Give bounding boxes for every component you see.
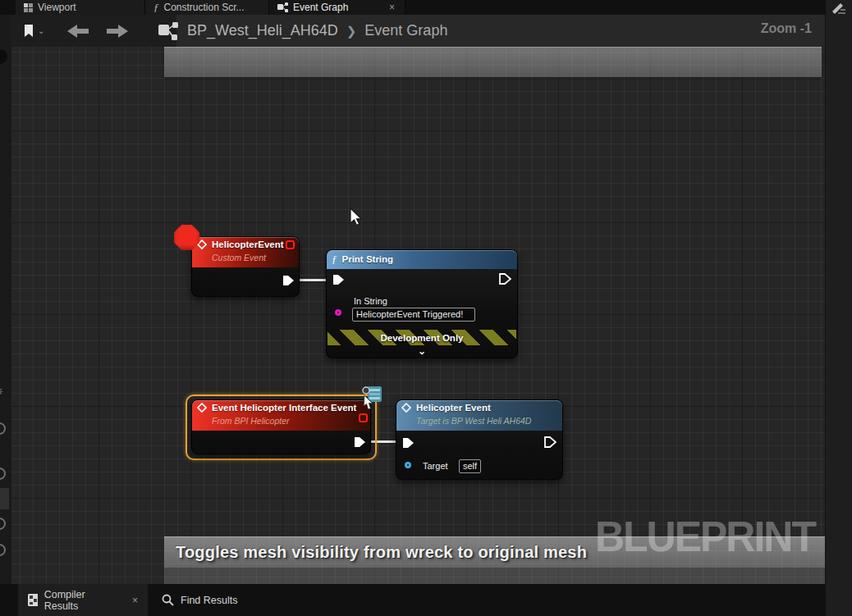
back-button[interactable] (62, 19, 95, 43)
partial-button[interactable] (0, 49, 7, 64)
comment-text: Toggles mesh visibility from wreck to or… (176, 543, 587, 562)
partial-button[interactable] (0, 488, 9, 509)
compiler-results-close-icon[interactable]: × (132, 595, 138, 606)
in-string-pin-label: In String (354, 296, 387, 306)
event-flag-icon (286, 240, 295, 249)
event-diamond-icon (197, 403, 207, 413)
breadcrumb-blueprint-name[interactable]: BP_West_Heli_AH64D (187, 22, 338, 39)
exec-out-pin[interactable] (499, 273, 511, 285)
forward-button[interactable] (100, 19, 133, 43)
bookmark-dropdown-icon[interactable]: ⌄ (38, 26, 44, 35)
breadcrumb-separator-icon: ❯ (346, 24, 357, 39)
viewport-icon (24, 3, 33, 12)
partial-circle-icon[interactable] (0, 544, 6, 556)
compiler-results-tab[interactable]: Compiler Results × (18, 584, 148, 616)
comment-node-partial[interactable] (164, 47, 822, 77)
graph-watermark: BLUEPRINT (595, 512, 815, 562)
back-arrow-icon (67, 25, 90, 38)
function-icon: ƒ (332, 253, 337, 266)
target-pin-label: Target (423, 461, 448, 471)
comment-node-body[interactable] (164, 568, 825, 584)
node-title: Helicopter Event (416, 403, 491, 413)
event-diamond-icon (401, 403, 411, 413)
find-results-tab[interactable]: Find Results (152, 584, 247, 616)
node-header[interactable]: Helicopter Event Target is BP West Heli … (396, 400, 562, 431)
partial-circle-icon[interactable] (0, 518, 6, 530)
breadcrumb: BP_West_Heli_AH64D ❯ Event Graph (158, 15, 447, 47)
in-string-input[interactable]: HelicopterEvent Triggered! (352, 308, 475, 322)
bookmark-icon (23, 24, 34, 38)
collapse-chevron-icon[interactable]: ⌄ (418, 348, 426, 354)
node-header[interactable]: Event Helicopter Interface Event From BP… (192, 400, 370, 431)
partial-circle-icon[interactable] (0, 468, 6, 480)
graph-type-icon (158, 21, 179, 41)
node-subtitle: Custom Event (212, 253, 266, 262)
mouse-cursor (350, 208, 364, 227)
bottom-panel-bar: Compiler Results × Find Results (0, 584, 826, 616)
event-graph-icon (277, 2, 288, 12)
tab-event-graph[interactable]: Event Graph × (269, 0, 405, 15)
development-only-banner: Development Only (328, 330, 516, 345)
string-pin-icon[interactable] (335, 309, 341, 316)
target-pin-icon[interactable] (405, 462, 411, 468)
tab-construction-script[interactable]: ƒ Construction Scr... (145, 0, 269, 15)
function-icon: ƒ (153, 1, 159, 14)
breadcrumb-graph-name[interactable]: Event Graph (364, 22, 447, 39)
event-graph-canvas[interactable]: HelicopterEvent Custom Event ƒ Print Str… (11, 47, 825, 584)
tab-viewport[interactable]: Viewport (16, 0, 145, 15)
tab-event-graph-label: Event Graph (293, 2, 348, 13)
bookmark-button[interactable]: ⌄ (18, 19, 49, 43)
exec-in-pin[interactable] (332, 274, 345, 285)
tab-close-icon[interactable]: × (387, 2, 396, 13)
event-flag-icon (359, 413, 368, 422)
compiler-results-icon (28, 594, 38, 606)
exec-out-pin[interactable] (544, 436, 557, 448)
exec-out-pin[interactable] (282, 275, 295, 286)
node-title: HelicopterEvent (212, 240, 284, 249)
exec-in-pin[interactable] (402, 437, 415, 449)
node-subtitle: Target is BP West Heli AH64D (416, 416, 531, 426)
node-header[interactable]: ƒ Print String (327, 250, 517, 269)
editor-tab-bar: Viewport ƒ Construction Scr... Event Gra… (0, 0, 826, 15)
target-input[interactable]: self (459, 459, 481, 473)
node-helicopter-event-call[interactable]: Helicopter Event Target is BP West Heli … (396, 399, 563, 480)
node-interface-event[interactable]: Event Helicopter Interface Event From BP… (191, 399, 371, 454)
forward-arrow-icon (105, 25, 128, 38)
graph-toolbar: ⌄ BP_West_Heli_AH64D ❯ Event Graph Zoom … (11, 15, 825, 47)
exec-out-pin[interactable] (354, 436, 366, 448)
right-panel-edge (826, 0, 852, 616)
compiler-results-label: Compiler Results (44, 589, 114, 612)
tab-construction-label: Construction Scr... (164, 2, 245, 13)
find-results-label: Find Results (181, 595, 237, 606)
interface-overlay-icon (360, 386, 384, 410)
edit-pencil-icon[interactable] (831, 2, 847, 15)
search-icon (162, 594, 174, 606)
node-custom-event[interactable]: HelicopterEvent Custom Event (191, 236, 300, 297)
node-title: Event Helicopter Interface Event (212, 403, 356, 413)
node-title: Print String (342, 254, 394, 264)
zoom-level-label: Zoom -1 (761, 21, 812, 36)
node-header[interactable]: HelicopterEvent Custom Event (192, 237, 299, 267)
gear-icon[interactable]: ✳ (0, 386, 3, 398)
tab-viewport-label: Viewport (38, 2, 76, 13)
partial-circle-icon[interactable] (0, 422, 6, 435)
node-subtitle: From BPI Helicopter (212, 416, 290, 426)
node-print-string[interactable]: ƒ Print String In String HelicopterEvent… (326, 249, 518, 358)
left-panel-edge: ✳ (0, 15, 11, 584)
